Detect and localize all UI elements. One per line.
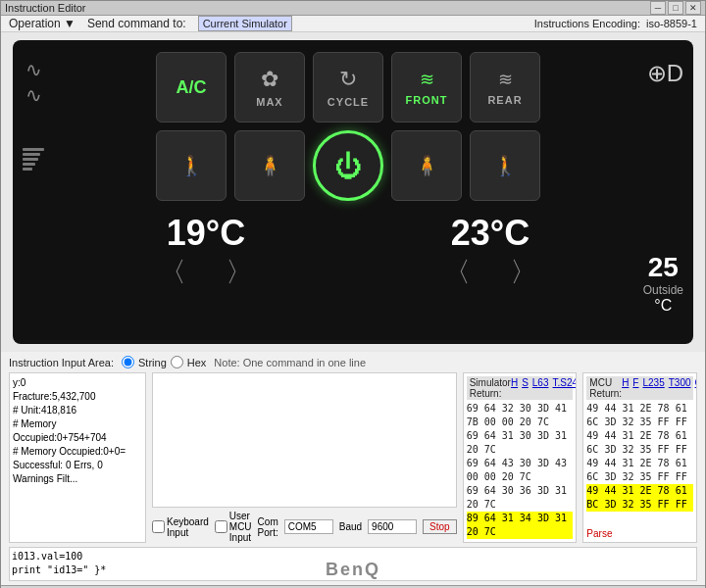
baud-label: Baud — [339, 521, 362, 532]
operation-menu[interactable]: Operation ▼ — [9, 17, 76, 30]
info-line-3: # Unit:418,816 — [13, 404, 142, 417]
seat-right-max-icon: 🚶 — [493, 154, 518, 177]
instruction-textarea[interactable] — [152, 372, 457, 508]
sim-link-s[interactable]: S — [522, 377, 529, 399]
send-command-label: Send command to: — [87, 17, 186, 30]
parse-label: Parse — [586, 528, 693, 539]
vent-line-4 — [23, 163, 35, 166]
outside-label: Outside — [643, 283, 683, 297]
sim-link-l63[interactable]: L63 — [532, 377, 549, 399]
right-car-icon: ⊕D — [647, 60, 683, 87]
hex-radio[interactable] — [171, 356, 183, 368]
minimize-button[interactable]: ─ — [650, 1, 666, 15]
mcu-link-h[interactable]: H — [622, 377, 629, 399]
rear-label: REAR — [487, 94, 522, 106]
hex-label: Hex — [187, 357, 207, 368]
input-column: Keyboard Input User MCU Input Com Port: … — [152, 372, 457, 543]
temp-right-up-arrow[interactable]: 〉 — [510, 254, 537, 291]
cycle-icon: ↻ — [339, 67, 357, 92]
temp-left-area: 19°C 〈 〉 — [64, 213, 348, 291]
rear-button[interactable]: ≋ REAR — [470, 52, 540, 122]
panels-row: y:0 Fracture:5,432,700 # Unit:418,816 # … — [9, 372, 697, 543]
input-row: Instruction Input Area: String Hex Note:… — [9, 356, 697, 368]
power-icon: ⏻ — [334, 150, 362, 182]
mcu-line-1: 49 44 31 2E 78 61 6C 3D 32 35 FF FF — [586, 402, 693, 429]
rear-icon: ≋ — [498, 69, 513, 90]
temp-right-arrows: 〈 〉 — [443, 254, 537, 291]
mcu-panel-header: MCU Return: H F L235 T300 Clear — [586, 376, 693, 400]
temp-right-value: 23°C — [451, 213, 530, 254]
cycle-button[interactable]: ↻ CYCLE — [313, 52, 383, 122]
simulator-panel: Simulator Return: H S L63 T.S24 Clear 69… — [463, 372, 578, 543]
ac-button[interactable]: A/C — [156, 52, 227, 122]
sim-link-ts24[interactable]: T.S24 — [553, 377, 578, 399]
info-line-2: Fracture:5,432,700 — [13, 390, 142, 404]
menu-bar: Operation ▼ Send command to: Current Sim… — [1, 16, 705, 32]
bottom-controls: Keyboard Input User MCU Input Com Port: … — [152, 511, 457, 543]
sim-line-4: 69 64 30 36 3D 31 20 7C — [467, 484, 574, 512]
power-button[interactable]: ⏻ — [313, 130, 383, 201]
left-vent-icons: ∿ ∿ — [23, 60, 44, 171]
seat-left-icon: 🧍 — [258, 154, 282, 177]
seat-right-button[interactable]: 🧍 — [391, 130, 462, 201]
simulator-content: 69 64 32 30 3D 41 7B 00 00 20 7C 69 64 3… — [467, 402, 574, 539]
vent-line-3 — [23, 158, 38, 161]
seat-left-max-button[interactable]: 🚶 — [156, 130, 227, 201]
com-port-label: Com Port: — [258, 516, 278, 538]
power-row: 🚶 🧍 ⏻ 🧍 🚶 — [64, 130, 632, 201]
com-port-input[interactable] — [284, 519, 333, 534]
mcu-link-clear[interactable]: Clear — [695, 377, 697, 399]
simulator-title: Simulator Return: — [470, 377, 511, 399]
send-command-value[interactable]: Current Simulator — [198, 16, 292, 31]
ac-label: A/C — [176, 77, 207, 98]
sim-line-highlighted: 89 64 31 34 3D 31 20 7C — [467, 512, 574, 539]
baud-input[interactable] — [368, 519, 417, 534]
wave-icon-bottom: ∿ — [25, 85, 42, 105]
outside-unit: °C — [643, 297, 683, 315]
mcu-links: H F L235 T300 Clear — [622, 377, 697, 399]
button-row-1: A/C ✿ MAX ↻ CYCLE ≋ FRONT — [64, 52, 632, 122]
maximize-button[interactable]: □ — [668, 1, 683, 15]
mcu-link-t300[interactable]: T300 — [669, 377, 691, 399]
note-text: Note: One command in one line — [214, 357, 366, 368]
mcu-link-f[interactable]: F — [632, 377, 638, 399]
front-label: FRONT — [406, 94, 448, 106]
encoding-label: Instructions Encoding: iso-8859-1 — [534, 18, 697, 29]
info-line-1: y:0 — [13, 376, 142, 390]
temp-right-area: 23°C 〈 〉 — [348, 213, 632, 291]
max-label: MAX — [256, 96, 282, 108]
seat-right-max-button[interactable]: 🚶 — [470, 130, 540, 201]
seat-left-max-icon: 🚶 — [179, 154, 204, 177]
simulator-panel-header: Simulator Return: H S L63 T.S24 Clear — [467, 376, 574, 400]
radio-group: String Hex — [122, 356, 206, 368]
mcu-title: MCU Return: — [589, 377, 622, 399]
sim-line-1: 69 64 32 30 3D 41 7B 00 00 20 7C — [467, 402, 574, 429]
vent-line-2 — [23, 153, 40, 156]
window-controls: ─ □ ✕ — [650, 1, 701, 15]
keyboard-input-check[interactable] — [152, 520, 165, 533]
sim-link-h[interactable]: H — [511, 377, 518, 399]
user-mcu-check[interactable] — [215, 520, 227, 533]
front-icon: ≋ — [420, 69, 434, 90]
seat-left-button[interactable]: 🧍 — [234, 130, 305, 201]
stop-button[interactable]: Stop — [423, 519, 457, 534]
max-button[interactable]: ✿ MAX — [234, 52, 305, 122]
vent-lines — [23, 148, 44, 171]
temp-left-down-arrow[interactable]: 〈 — [159, 254, 186, 291]
temp-display: 19°C 〈 〉 23°C 〈 〉 — [64, 213, 632, 291]
mcu-content: 49 44 31 2E 78 61 6C 3D 32 35 FF FF 49 4… — [586, 402, 693, 526]
front-button[interactable]: ≋ FRONT — [391, 52, 462, 122]
keyboard-input-label: Keyboard Input — [152, 516, 209, 538]
mcu-link-l235[interactable]: L235 — [642, 377, 664, 399]
fan-icon: ✿ — [261, 67, 278, 92]
close-button[interactable]: ✕ — [685, 1, 701, 15]
info-line-6: Successful: 0 Errs, 0 Warnings Filt... — [13, 459, 142, 486]
string-radio[interactable] — [122, 356, 134, 368]
info-line-4: # Memory Occupied:0+754+704 — [13, 417, 142, 445]
temp-right-down-arrow[interactable]: 〈 — [443, 254, 471, 291]
temp-left-value: 19°C — [167, 213, 245, 254]
temp-left-up-arrow[interactable]: 〉 — [226, 254, 253, 291]
mcu-panel: MCU Return: H F L235 T300 Clear 49 44 31… — [582, 372, 697, 543]
simulator-links: H S L63 T.S24 Clear — [511, 377, 577, 399]
left-info-content: y:0 Fracture:5,432,700 # Unit:418,816 # … — [13, 376, 142, 486]
